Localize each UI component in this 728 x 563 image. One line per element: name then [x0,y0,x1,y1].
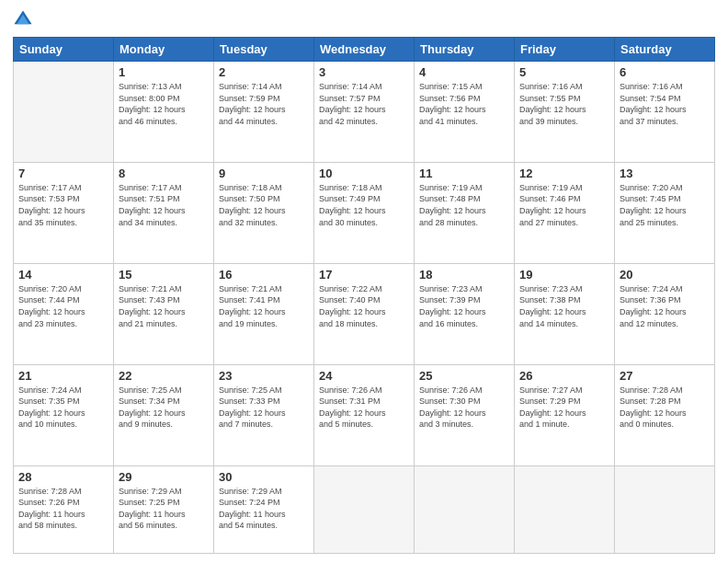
calendar-cell-0-6: 6Sunrise: 7:16 AM Sunset: 7:54 PM Daylig… [615,62,715,163]
day-number: 24 [319,369,409,383]
day-info: Sunrise: 7:23 AM Sunset: 7:38 PM Dayligh… [519,283,609,329]
day-info: Sunrise: 7:15 AM Sunset: 7:56 PM Dayligh… [419,81,509,127]
day-number: 5 [519,65,609,79]
calendar-cell-3-1: 22Sunrise: 7:25 AM Sunset: 7:34 PM Dayli… [114,364,214,465]
calendar-cell-3-3: 24Sunrise: 7:26 AM Sunset: 7:31 PM Dayli… [314,364,415,465]
day-info: Sunrise: 7:28 AM Sunset: 7:28 PM Dayligh… [620,385,710,431]
day-info: Sunrise: 7:16 AM Sunset: 7:54 PM Dayligh… [620,81,710,127]
day-info: Sunrise: 7:26 AM Sunset: 7:31 PM Dayligh… [319,385,409,431]
day-info: Sunrise: 7:21 AM Sunset: 7:41 PM Dayligh… [219,283,309,329]
calendar-cell-4-4 [415,465,515,553]
day-number: 22 [119,369,209,383]
logo-icon [13,9,33,29]
calendar-cell-0-3: 3Sunrise: 7:14 AM Sunset: 7:57 PM Daylig… [314,62,415,163]
day-info: Sunrise: 7:27 AM Sunset: 7:29 PM Dayligh… [519,385,609,431]
calendar-cell-4-5 [515,465,615,553]
day-number: 25 [419,369,509,383]
day-info: Sunrise: 7:18 AM Sunset: 7:50 PM Dayligh… [219,182,309,228]
day-number: 16 [219,268,309,282]
day-number: 1 [119,65,209,79]
calendar-cell-3-0: 21Sunrise: 7:24 AM Sunset: 7:35 PM Dayli… [14,364,114,465]
day-info: Sunrise: 7:29 AM Sunset: 7:25 PM Dayligh… [119,486,209,532]
calendar-cell-2-6: 20Sunrise: 7:24 AM Sunset: 7:36 PM Dayli… [615,263,715,364]
week-row-1: 7Sunrise: 7:17 AM Sunset: 7:53 PM Daylig… [14,162,715,263]
day-number: 18 [419,268,509,282]
week-row-0: 1Sunrise: 7:13 AM Sunset: 8:00 PM Daylig… [14,62,715,163]
day-number: 9 [219,167,309,180]
day-info: Sunrise: 7:28 AM Sunset: 7:26 PM Dayligh… [18,486,108,532]
calendar-cell-3-4: 25Sunrise: 7:26 AM Sunset: 7:30 PM Dayli… [415,364,515,465]
header [13,9,715,29]
weekday-header-saturday: Saturday [615,38,715,62]
day-info: Sunrise: 7:19 AM Sunset: 7:48 PM Dayligh… [419,182,509,228]
day-info: Sunrise: 7:13 AM Sunset: 8:00 PM Dayligh… [119,81,209,127]
day-number: 19 [519,268,609,282]
day-info: Sunrise: 7:17 AM Sunset: 7:53 PM Dayligh… [18,182,108,228]
day-info: Sunrise: 7:21 AM Sunset: 7:43 PM Dayligh… [119,283,209,329]
calendar-cell-0-5: 5Sunrise: 7:16 AM Sunset: 7:55 PM Daylig… [515,62,615,163]
week-row-4: 28Sunrise: 7:28 AM Sunset: 7:26 PM Dayli… [14,465,715,553]
day-info: Sunrise: 7:20 AM Sunset: 7:45 PM Dayligh… [620,182,710,228]
day-info: Sunrise: 7:14 AM Sunset: 7:59 PM Dayligh… [219,81,309,127]
calendar-cell-2-5: 19Sunrise: 7:23 AM Sunset: 7:38 PM Dayli… [515,263,615,364]
day-number: 10 [319,167,409,180]
calendar-cell-2-0: 14Sunrise: 7:20 AM Sunset: 7:44 PM Dayli… [14,263,114,364]
day-number: 12 [519,167,609,180]
calendar-cell-1-5: 12Sunrise: 7:19 AM Sunset: 7:46 PM Dayli… [515,162,615,263]
calendar-cell-2-2: 16Sunrise: 7:21 AM Sunset: 7:41 PM Dayli… [214,263,314,364]
calendar-cell-1-4: 11Sunrise: 7:19 AM Sunset: 7:48 PM Dayli… [415,162,515,263]
weekday-header-sunday: Sunday [14,38,114,62]
weekday-header-row: SundayMondayTuesdayWednesdayThursdayFrid… [14,38,715,62]
day-info: Sunrise: 7:19 AM Sunset: 7:46 PM Dayligh… [519,182,609,228]
day-info: Sunrise: 7:14 AM Sunset: 7:57 PM Dayligh… [319,81,409,127]
day-number: 7 [18,167,108,180]
day-number: 29 [119,470,209,484]
day-number: 2 [219,65,309,79]
calendar-cell-1-2: 9Sunrise: 7:18 AM Sunset: 7:50 PM Daylig… [214,162,314,263]
logo [13,9,37,29]
day-number: 14 [18,268,108,282]
weekday-header-wednesday: Wednesday [314,38,415,62]
day-number: 27 [620,369,710,383]
calendar-cell-4-6 [615,465,715,553]
day-info: Sunrise: 7:26 AM Sunset: 7:30 PM Dayligh… [419,385,509,431]
day-number: 26 [519,369,609,383]
week-row-3: 21Sunrise: 7:24 AM Sunset: 7:35 PM Dayli… [14,364,715,465]
weekday-header-friday: Friday [515,38,615,62]
day-number: 23 [219,369,309,383]
day-info: Sunrise: 7:24 AM Sunset: 7:36 PM Dayligh… [620,283,710,329]
calendar-cell-3-6: 27Sunrise: 7:28 AM Sunset: 7:28 PM Dayli… [615,364,715,465]
calendar-table: SundayMondayTuesdayWednesdayThursdayFrid… [13,37,715,554]
day-info: Sunrise: 7:20 AM Sunset: 7:44 PM Dayligh… [18,283,108,329]
weekday-header-thursday: Thursday [415,38,515,62]
day-info: Sunrise: 7:17 AM Sunset: 7:51 PM Dayligh… [119,182,209,228]
page: SundayMondayTuesdayWednesdayThursdayFrid… [0,0,728,563]
day-info: Sunrise: 7:22 AM Sunset: 7:40 PM Dayligh… [319,283,409,329]
day-number: 20 [620,268,710,282]
week-row-2: 14Sunrise: 7:20 AM Sunset: 7:44 PM Dayli… [14,263,715,364]
weekday-header-tuesday: Tuesday [214,38,314,62]
calendar-cell-2-1: 15Sunrise: 7:21 AM Sunset: 7:43 PM Dayli… [114,263,214,364]
day-info: Sunrise: 7:24 AM Sunset: 7:35 PM Dayligh… [18,385,108,431]
day-number: 15 [119,268,209,282]
day-number: 30 [219,470,309,484]
calendar-cell-2-4: 18Sunrise: 7:23 AM Sunset: 7:39 PM Dayli… [415,263,515,364]
calendar-cell-1-6: 13Sunrise: 7:20 AM Sunset: 7:45 PM Dayli… [615,162,715,263]
day-number: 13 [620,167,710,180]
day-info: Sunrise: 7:23 AM Sunset: 7:39 PM Dayligh… [419,283,509,329]
calendar-cell-0-2: 2Sunrise: 7:14 AM Sunset: 7:59 PM Daylig… [214,62,314,163]
calendar-cell-0-4: 4Sunrise: 7:15 AM Sunset: 7:56 PM Daylig… [415,62,515,163]
day-number: 11 [419,167,509,180]
day-number: 4 [419,65,509,79]
day-number: 21 [18,369,108,383]
calendar-cell-4-2: 30Sunrise: 7:29 AM Sunset: 7:24 PM Dayli… [214,465,314,553]
calendar-cell-1-1: 8Sunrise: 7:17 AM Sunset: 7:51 PM Daylig… [114,162,214,263]
calendar-cell-3-2: 23Sunrise: 7:25 AM Sunset: 7:33 PM Dayli… [214,364,314,465]
day-info: Sunrise: 7:25 AM Sunset: 7:33 PM Dayligh… [219,385,309,431]
calendar-cell-2-3: 17Sunrise: 7:22 AM Sunset: 7:40 PM Dayli… [314,263,415,364]
calendar-cell-4-3 [314,465,415,553]
calendar-cell-0-1: 1Sunrise: 7:13 AM Sunset: 8:00 PM Daylig… [114,62,214,163]
day-info: Sunrise: 7:16 AM Sunset: 7:55 PM Dayligh… [519,81,609,127]
day-number: 6 [620,65,710,79]
day-info: Sunrise: 7:18 AM Sunset: 7:49 PM Dayligh… [319,182,409,228]
